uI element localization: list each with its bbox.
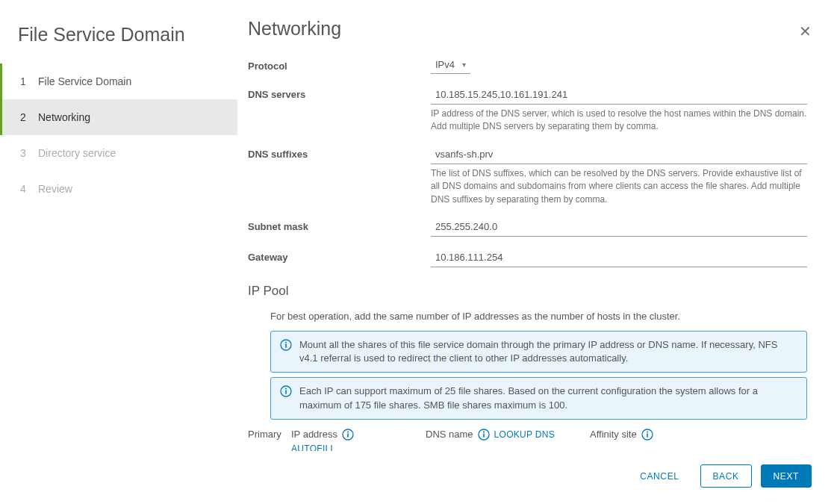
subnet-input[interactable]	[431, 218, 807, 237]
col-affinity: Affinity site	[590, 429, 637, 440]
gateway-label: Gateway	[248, 249, 431, 263]
col-primary: Primary	[248, 429, 291, 440]
step-networking[interactable]: 2 Networking	[0, 99, 237, 135]
col-dns: DNS name	[426, 429, 473, 440]
step-review[interactable]: 4 Review	[0, 171, 237, 207]
page-title: Networking	[248, 18, 341, 40]
next-button[interactable]: NEXT	[761, 464, 812, 488]
info-icon	[280, 385, 292, 397]
scroll-area[interactable]: Protocol IPv4 ▾ DNS servers IP address o…	[237, 46, 834, 451]
close-icon[interactable]: ✕	[799, 18, 812, 39]
autofill-link[interactable]: AUTOFILL	[291, 444, 336, 451]
step-directory-service[interactable]: 3 Directory service	[0, 135, 237, 171]
step-file-service-domain[interactable]: 1 File Service Domain	[0, 63, 237, 99]
alert-text: Mount all the shares of this file servic…	[299, 338, 797, 365]
wizard-footer: CANCEL BACK NEXT	[237, 451, 834, 504]
dns-suffixes-label: DNS suffixes	[248, 146, 431, 160]
subnet-label: Subnet mask	[248, 218, 431, 232]
alert-mount-info: Mount all the shares of this file servic…	[270, 331, 807, 373]
protocol-select[interactable]: IPv4 ▾	[431, 57, 470, 74]
wizard-steps: 1 File Service Domain 2 Networking 3 Dir…	[0, 63, 237, 207]
svg-point-10	[483, 431, 485, 432]
step-number: 2	[20, 111, 38, 123]
lookup-dns-link[interactable]: LOOKUP DNS	[494, 429, 555, 440]
step-label: File Service Domain	[38, 75, 131, 87]
dns-servers-help: IP address of the DNS server, which is u…	[431, 108, 807, 134]
chevron-down-icon: ▾	[462, 60, 466, 69]
ip-pool-desc: For best operation, add the same number …	[270, 311, 807, 322]
info-icon	[280, 339, 292, 351]
protocol-value: IPv4	[435, 59, 455, 70]
svg-point-7	[347, 431, 349, 432]
svg-point-13	[647, 431, 648, 432]
svg-point-4	[285, 388, 287, 390]
col-ip: IP address	[291, 429, 337, 440]
dns-suffixes-help: The list of DNS suffixes, which can be r…	[431, 167, 807, 206]
step-number: 3	[20, 147, 38, 159]
cancel-button[interactable]: CANCEL	[628, 464, 691, 488]
wizard-sidebar: File Service Domain 1 File Service Domai…	[0, 0, 237, 504]
dns-servers-input[interactable]	[431, 86, 807, 105]
svg-rect-14	[647, 433, 648, 437]
wizard-title: File Service Domain	[0, 18, 237, 63]
step-number: 4	[20, 183, 38, 195]
svg-rect-8	[347, 433, 349, 437]
svg-rect-5	[285, 391, 287, 394]
step-label: Directory service	[38, 147, 116, 159]
alert-capacity-info: Each IP can support maximum of 25 file s…	[270, 377, 807, 419]
back-button[interactable]: BACK	[700, 464, 752, 488]
svg-rect-11	[483, 433, 485, 437]
ip-pool-heading: IP Pool	[248, 284, 807, 299]
gateway-input[interactable]	[431, 249, 807, 267]
info-icon[interactable]	[641, 429, 653, 441]
protocol-label: Protocol	[248, 57, 431, 72]
info-icon[interactable]	[478, 429, 490, 441]
main-panel: Networking ✕ Protocol IPv4 ▾ DNS servers	[237, 0, 834, 504]
step-label: Networking	[38, 111, 90, 123]
step-label: Review	[38, 183, 72, 195]
info-icon[interactable]	[342, 429, 354, 441]
ip-pool-columns: Primary IP address DNS name LOOKUP DNS A…	[248, 429, 807, 441]
dns-suffixes-input[interactable]	[431, 146, 807, 164]
svg-rect-2	[285, 343, 287, 347]
step-number: 1	[20, 75, 38, 87]
dns-servers-label: DNS servers	[248, 86, 431, 100]
svg-point-1	[285, 342, 287, 343]
alert-text: Each IP can support maximum of 25 file s…	[299, 385, 797, 411]
